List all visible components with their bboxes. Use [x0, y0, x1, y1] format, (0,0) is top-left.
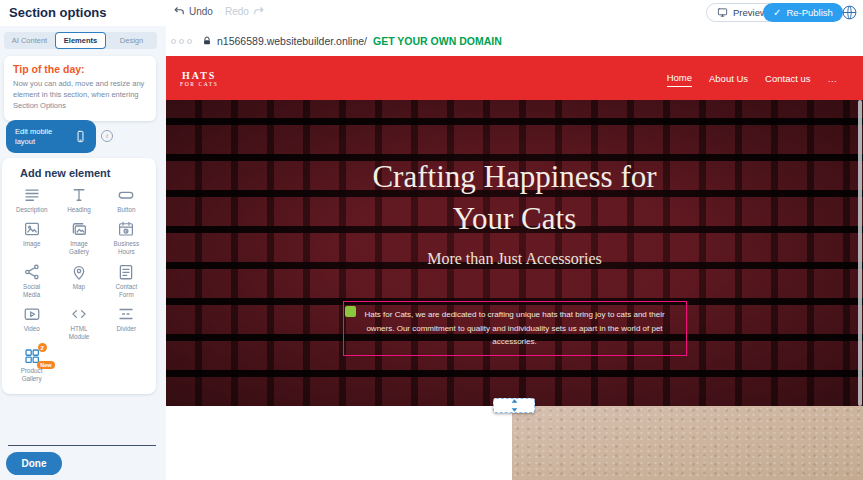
logo-line1: HATS — [180, 70, 218, 81]
element-item-image-gallery[interactable]: Image Gallery — [55, 220, 102, 256]
element-label: Image — [23, 240, 41, 248]
preview-label: Preview — [733, 7, 767, 18]
element-item-social-media[interactable]: Social Media — [8, 263, 55, 299]
hero-heading[interactable]: Crafting Happiness for Your Cats — [166, 156, 863, 240]
window-dot — [171, 39, 176, 44]
nav-more-icon[interactable]: … — [828, 70, 838, 87]
element-label: Heading — [67, 206, 90, 214]
topbar: Section options Undo Redo Preview ✓ Re-P… — [0, 0, 863, 26]
resize-arrows-icon — [510, 399, 519, 412]
window-dot — [179, 39, 184, 44]
site-preview: HATS FOR CATS Home About Us Contact us …… — [166, 56, 863, 406]
redo-button[interactable]: Redo — [225, 5, 265, 17]
element-item-video[interactable]: Video — [8, 305, 55, 333]
element-item-heading[interactable]: Heading — [55, 186, 102, 214]
tab-design[interactable]: Design — [106, 32, 157, 49]
history-controls: Undo Redo — [173, 5, 265, 17]
logo-line2: FOR CATS — [180, 81, 218, 87]
element-item-divider[interactable]: Divider — [103, 305, 150, 333]
count-badge: 2 — [38, 343, 47, 352]
tip-title: Tip of the day: — [13, 63, 147, 75]
nav-about-us[interactable]: About Us — [709, 70, 748, 87]
window-dot — [187, 39, 192, 44]
edit-mobile-layout-button[interactable]: Edit mobile layout — [6, 120, 96, 153]
element-label: Description — [16, 206, 48, 214]
element-item-business-hours[interactable]: Business Hours — [103, 220, 150, 256]
element-item-image[interactable]: Image — [8, 220, 55, 248]
sidebar: AI Content Elements Design Tip of the da… — [0, 26, 166, 480]
edit-mobile-label: Edit mobile layout — [15, 127, 67, 146]
nav-contact-us[interactable]: Contact us — [765, 70, 810, 87]
heading-icon — [70, 186, 88, 204]
hero-heading-line1: Crafting Happiness for — [166, 156, 863, 198]
site-header[interactable]: HATS FOR CATS Home About Us Contact us … — [166, 56, 863, 100]
tip-card: Tip of the day: Now you can add, move an… — [4, 56, 156, 121]
lock-icon — [202, 35, 212, 47]
browser-bar: n1566589.websitebuilder.online/ GET YOUR… — [166, 26, 863, 56]
element-item-product-gallery[interactable]: 2 New Product Gallery — [8, 347, 55, 383]
globe-icon[interactable] — [841, 4, 858, 21]
element-label: HTML Module — [62, 325, 96, 341]
undo-label: Undo — [189, 6, 213, 17]
republish-label: Re-Publish — [786, 7, 832, 18]
add-panel-title: Add new element — [2, 158, 156, 184]
element-grid: Description Heading Button — [2, 184, 156, 384]
get-domain-link[interactable]: GET YOUR OWN DOMAIN — [373, 35, 502, 47]
element-item-map[interactable]: Map — [55, 263, 102, 291]
next-section-image[interactable] — [512, 406, 863, 480]
tab-elements[interactable]: Elements — [55, 32, 106, 49]
hero-paragraph: Hats for Cats, we are dedicated to craft… — [364, 310, 664, 346]
image-icon — [23, 220, 41, 238]
element-label: Business Hours — [109, 240, 143, 256]
button-icon — [117, 186, 135, 204]
next-section — [166, 406, 863, 480]
element-label: Button — [117, 206, 135, 214]
site-nav: Home About Us Contact us … — [667, 69, 837, 87]
element-item-button[interactable]: Button — [103, 186, 150, 214]
check-icon: ✓ — [773, 7, 781, 18]
element-label: Divider — [117, 325, 137, 333]
divider-line — [8, 445, 156, 446]
new-badge: New — [37, 361, 54, 369]
monitor-icon — [717, 7, 728, 18]
selected-text-element[interactable]: Hats for Cats, we are dedicated to craft… — [343, 301, 687, 356]
section-resize-handle[interactable] — [493, 398, 535, 413]
undo-icon — [173, 5, 185, 17]
site-url[interactable]: n1566589.websitebuilder.online/ — [217, 35, 367, 47]
tip-body: Now you can add, move and resize any ele… — [13, 79, 147, 112]
redo-label: Redo — [225, 6, 249, 17]
hero-heading-line2: Your Cats — [166, 198, 863, 240]
republish-button[interactable]: ✓ Re-Publish — [763, 3, 843, 22]
text-lines-icon — [23, 186, 41, 204]
element-label: Image Gallery — [62, 240, 96, 256]
share-icon — [23, 263, 41, 281]
info-icon[interactable]: i — [101, 130, 113, 142]
app: Section options Undo Redo Preview ✓ Re-P… — [0, 0, 863, 480]
undo-button[interactable]: Undo — [173, 5, 213, 17]
divider-icon — [117, 305, 135, 323]
element-item-contact-form[interactable]: Contact Form — [103, 263, 150, 299]
element-label: Map — [73, 283, 85, 291]
element-drag-handle-icon[interactable] — [345, 306, 356, 317]
element-label: Social Media — [15, 283, 49, 299]
element-label: Product Gallery — [15, 367, 49, 383]
hero-section[interactable]: Crafting Happiness for Your Cats More th… — [166, 100, 863, 406]
add-element-panel: Add new element Description Heading — [2, 158, 156, 394]
hero-subheading[interactable]: More than Just Accessories — [166, 250, 863, 268]
element-item-html-module[interactable]: HTML Module — [55, 305, 102, 341]
element-label: Contact Form — [109, 283, 143, 299]
image-gallery-icon — [70, 220, 88, 238]
tab-ai-content[interactable]: AI Content — [4, 32, 55, 49]
video-icon — [23, 305, 41, 323]
element-item-description[interactable]: Description — [8, 186, 55, 214]
panel-tabs: AI Content Elements Design — [4, 32, 157, 49]
site-scrollbar[interactable] — [858, 100, 862, 406]
business-hours-icon — [117, 220, 135, 238]
page-title: Section options — [9, 5, 107, 20]
done-button[interactable]: Done — [6, 452, 62, 475]
nav-home[interactable]: Home — [667, 69, 692, 87]
redo-icon — [253, 5, 265, 17]
site-logo[interactable]: HATS FOR CATS — [180, 70, 218, 87]
element-label: Video — [24, 325, 40, 333]
phone-icon — [74, 130, 87, 143]
